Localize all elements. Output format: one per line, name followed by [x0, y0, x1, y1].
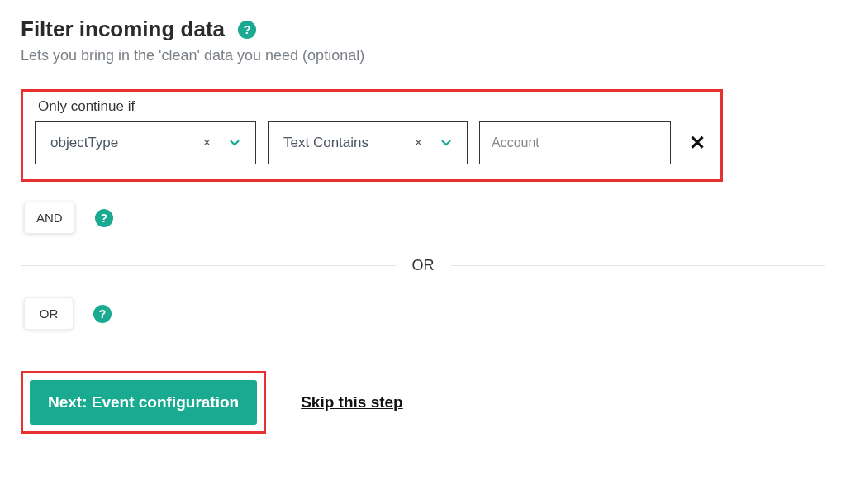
- page-title: Filter incoming data: [21, 17, 225, 42]
- chevron-down-icon[interactable]: [224, 136, 245, 150]
- or-divider: OR: [21, 257, 825, 274]
- divider-line: [451, 265, 826, 266]
- next-button-highlight: Next: Event configuration: [21, 371, 266, 434]
- or-condition-row: OR ?: [24, 297, 825, 330]
- field-select[interactable]: objectType ×: [35, 121, 256, 164]
- filter-label: Only continue if: [38, 98, 709, 115]
- page-subtitle: Lets you bring in the 'clean' data you n…: [21, 47, 825, 64]
- clear-icon[interactable]: ×: [198, 136, 216, 150]
- filter-row: objectType × Text Contains × ✕: [35, 121, 709, 164]
- clear-icon[interactable]: ×: [410, 136, 427, 150]
- delete-row-icon[interactable]: ✕: [689, 131, 706, 155]
- footer-row: Next: Event configuration Skip this step: [21, 371, 825, 434]
- or-button[interactable]: OR: [24, 297, 74, 330]
- and-button[interactable]: AND: [24, 202, 75, 234]
- filter-condition-box: Only continue if objectType × Text Conta…: [21, 89, 723, 182]
- next-button[interactable]: Next: Event configuration: [30, 380, 257, 425]
- condition-select[interactable]: Text Contains ×: [268, 121, 468, 164]
- field-select-value: objectType: [50, 135, 190, 151]
- divider-line: [21, 265, 396, 266]
- condition-select-value: Text Contains: [283, 135, 402, 151]
- value-input[interactable]: [479, 121, 671, 164]
- skip-link[interactable]: Skip this step: [301, 393, 403, 411]
- and-condition-row: AND ?: [24, 202, 825, 234]
- divider-text: OR: [396, 257, 451, 274]
- help-icon[interactable]: ?: [238, 21, 256, 39]
- chevron-down-icon[interactable]: [435, 136, 457, 150]
- help-icon[interactable]: ?: [95, 209, 113, 227]
- help-icon[interactable]: ?: [93, 305, 112, 323]
